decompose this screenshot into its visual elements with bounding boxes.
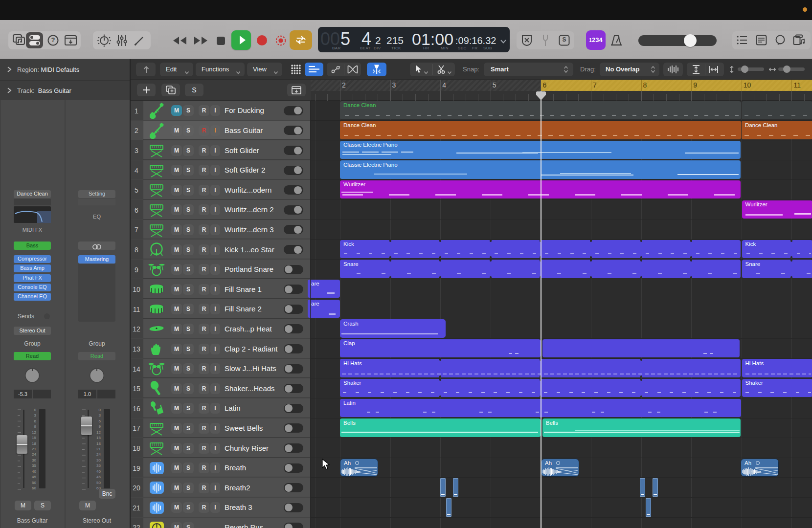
svg-text:3: 3: [99, 413, 101, 418]
svg-text:18: 18: [96, 441, 101, 446]
svg-text:40: 40: [32, 469, 36, 474]
svg-text:6: 6: [99, 419, 101, 423]
svg-text:12: 12: [96, 430, 101, 435]
svg-text:21: 21: [96, 447, 101, 451]
svg-text:15: 15: [32, 436, 36, 440]
svg-text:50: 50: [32, 481, 36, 485]
svg-text:18: 18: [32, 441, 36, 446]
svg-text:40: 40: [96, 469, 101, 474]
svg-text:60: 60: [32, 486, 36, 490]
svg-text:12: 12: [32, 430, 36, 435]
svg-text:45: 45: [96, 475, 101, 479]
svg-text:21: 21: [32, 447, 36, 451]
svg-text:30: 30: [96, 458, 101, 462]
svg-text:0: 0: [34, 408, 37, 412]
svg-text:24: 24: [32, 452, 36, 457]
svg-text:15: 15: [96, 436, 101, 440]
svg-text:3: 3: [34, 413, 37, 418]
svg-text:9: 9: [99, 424, 101, 429]
svg-text:35: 35: [96, 463, 101, 468]
svg-text:6: 6: [34, 419, 37, 423]
svg-text:50: 50: [96, 481, 101, 485]
svg-text:9: 9: [34, 424, 37, 429]
svg-text:35: 35: [32, 463, 36, 468]
svg-text:45: 45: [32, 475, 36, 479]
svg-text:0: 0: [99, 408, 101, 412]
svg-text:30: 30: [32, 458, 36, 462]
svg-text:24: 24: [96, 452, 101, 457]
